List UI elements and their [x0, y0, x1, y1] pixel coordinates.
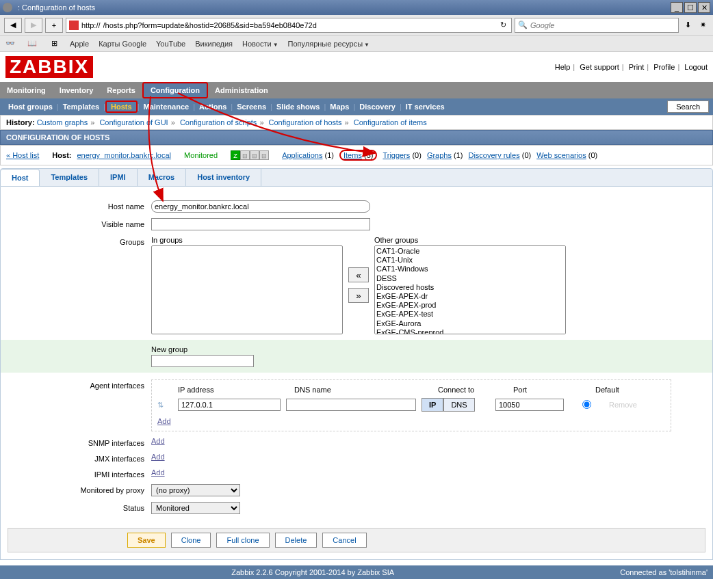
footer: Zabbix 2.2.6 Copyright 2001-2014 by Zabb…	[0, 565, 713, 579]
browser-search[interactable]: 🔍	[515, 18, 679, 33]
drag-handle-icon[interactable]: ⇅	[157, 401, 172, 410]
ingroups-select[interactable]	[151, 245, 343, 334]
delete-button[interactable]: Delete	[275, 533, 317, 548]
bookmark-maps[interactable]: Карты Google	[99, 40, 146, 48]
tab-inventory[interactable]: Inventory	[53, 82, 101, 98]
form-tab-templates[interactable]: Templates	[40, 169, 99, 186]
browser-search-input[interactable]	[530, 21, 675, 29]
history-link[interactable]: Configuration of items	[354, 118, 427, 126]
dns-input[interactable]	[286, 399, 416, 411]
back-button[interactable]: ◀	[4, 18, 22, 33]
sub-nav: Host groups| Templates| Hosts| Maintenan…	[0, 98, 713, 115]
snmpif-label: SNMP interfaces	[8, 437, 151, 447]
hostname-input[interactable]	[151, 200, 370, 213]
tab-configuration[interactable]: Configuration	[142, 82, 208, 98]
tab-administration[interactable]: Administration	[208, 82, 275, 98]
book-icon[interactable]: 📖	[26, 39, 38, 49]
subnav-maps[interactable]: Maps	[326, 103, 353, 111]
default-radio[interactable]	[582, 400, 591, 409]
subnav-hostgroups[interactable]: Host groups	[4, 103, 57, 111]
help-link[interactable]: Help	[555, 63, 571, 71]
applications-link[interactable]: Applications	[282, 151, 322, 159]
subnav-discovery[interactable]: Discovery	[355, 103, 400, 111]
visiblename-input[interactable]	[151, 218, 370, 230]
newgroup-row: New group	[1, 340, 712, 373]
form-tab-host[interactable]: Host	[1, 169, 40, 186]
subnav-maintenance[interactable]: Maintenance	[140, 103, 194, 111]
form-tab-inventory[interactable]: Host inventory	[186, 169, 261, 186]
bookmark-popular[interactable]: Популярные ресурсы▼	[288, 40, 370, 48]
host-name-link[interactable]: energy_monitor.bankrc.local	[77, 151, 171, 159]
triggers-link[interactable]: Triggers	[383, 151, 410, 159]
downloads-icon[interactable]: ⬇	[682, 19, 694, 31]
subnav-screens[interactable]: Screens	[233, 103, 270, 111]
maximize-button[interactable]: ☐	[684, 2, 697, 13]
subnav-hosts[interactable]: Hosts	[105, 101, 138, 113]
profile-link[interactable]: Profile	[653, 63, 675, 71]
subnav-actions[interactable]: Actions	[195, 103, 231, 111]
newgroup-input[interactable]	[151, 355, 254, 367]
main-nav: Monitoring Inventory Reports Configurati…	[0, 82, 713, 98]
gear-icon[interactable]: ✷	[697, 19, 709, 31]
ip-input[interactable]	[178, 399, 281, 411]
add-agent-link[interactable]: Add	[157, 417, 171, 425]
form-tab-macros[interactable]: Macros	[138, 169, 187, 186]
add-jmx-link[interactable]: Add	[151, 453, 165, 461]
discovery-link[interactable]: Discovery rules	[468, 151, 519, 159]
subnav-itservices[interactable]: IT services	[402, 103, 449, 111]
search-button[interactable]: Search	[667, 101, 709, 113]
subnav-slideshows[interactable]: Slide shows	[272, 103, 324, 111]
footer-user[interactable]: Connected as 'tolstihinma'	[620, 568, 708, 576]
history-link[interactable]: Configuration of hosts	[269, 118, 342, 126]
connect-ip-button[interactable]: IP	[422, 398, 443, 412]
proxy-select[interactable]: (no proxy)	[151, 484, 240, 496]
history-link[interactable]: Custom graphs	[37, 118, 88, 126]
add-tab-button[interactable]: +	[45, 18, 63, 33]
web-link[interactable]: Web scenarios	[536, 151, 586, 159]
othergroups-select[interactable]: CAT1-OracleCAT1-UnixCAT1-WindowsDESSDisc…	[374, 245, 566, 334]
items-link[interactable]: Items	[343, 151, 362, 159]
agent-interface-table: IP address DNS name Connect to Port Defa…	[151, 379, 671, 431]
print-link[interactable]: Print	[629, 63, 645, 71]
minimize-button[interactable]: _	[671, 2, 683, 13]
url-input[interactable]	[103, 21, 495, 29]
browser-toolbar: ◀ ▶ + http:// ↻ 🔍 ⬇ ✷	[0, 15, 713, 36]
host-list-link[interactable]: « Host list	[6, 151, 39, 159]
default-header: Default	[595, 386, 636, 394]
tab-monitoring[interactable]: Monitoring	[0, 82, 53, 98]
history-link[interactable]: Configuration of GUI	[99, 118, 168, 126]
tab-reports[interactable]: Reports	[100, 82, 142, 98]
logout-link[interactable]: Logout	[684, 63, 708, 71]
bookmark-news[interactable]: Новости▼	[242, 40, 278, 48]
cancel-button[interactable]: Cancel	[322, 533, 366, 548]
clone-button[interactable]: Clone	[171, 533, 211, 548]
close-button[interactable]: ✕	[698, 2, 710, 13]
status-select[interactable]: Monitored	[151, 502, 240, 514]
ipmi-status-icon: ⊟	[259, 150, 269, 160]
glasses-icon[interactable]: 👓	[4, 39, 16, 49]
grid-icon[interactable]: ⊞	[48, 39, 60, 49]
history-link[interactable]: Configuration of scripts	[180, 118, 257, 126]
bookmark-apple[interactable]: Apple	[70, 40, 89, 48]
move-left-button[interactable]: «	[348, 267, 369, 282]
footer-copyright[interactable]: Zabbix 2.2.6 Copyright 2001-2014 by Zabb…	[231, 568, 394, 576]
form-tab-ipmi[interactable]: IPMI	[99, 169, 138, 186]
port-input[interactable]	[495, 399, 564, 411]
reload-button[interactable]: ↻	[497, 21, 508, 29]
bookmark-youtube[interactable]: YouTube	[156, 40, 185, 48]
ipmiif-label: IPMI interfaces	[8, 468, 151, 479]
action-bar: Save Clone Full clone Delete Cancel	[8, 528, 705, 552]
snmp-status-icon: ⊟	[240, 150, 250, 160]
graphs-link[interactable]: Graphs	[427, 151, 452, 159]
url-bar[interactable]: http:// ↻	[66, 18, 512, 33]
fullclone-button[interactable]: Full clone	[216, 533, 269, 548]
save-button[interactable]: Save	[127, 533, 166, 548]
support-link[interactable]: Get support	[580, 63, 619, 71]
connect-dns-button[interactable]: DNS	[443, 398, 474, 412]
move-right-button[interactable]: »	[348, 288, 369, 303]
add-snmp-link[interactable]: Add	[151, 437, 165, 445]
forward-button[interactable]: ▶	[25, 18, 42, 33]
add-ipmi-link[interactable]: Add	[151, 468, 165, 477]
subnav-templates[interactable]: Templates	[59, 103, 104, 111]
bookmark-wikipedia[interactable]: Википедия	[195, 40, 233, 48]
